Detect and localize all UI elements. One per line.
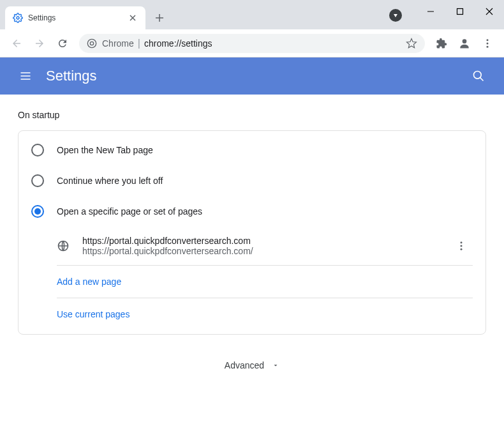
svg-point-8	[474, 72, 482, 79]
omnibox-url: chrome://settings	[144, 38, 212, 49]
add-new-page-button[interactable]: Add a new page	[57, 266, 473, 298]
svg-point-12	[461, 248, 463, 250]
radio-new-tab[interactable]: Open the New Tab page	[19, 135, 485, 165]
radio-label: Open the New Tab page	[57, 145, 153, 155]
extensions-icon[interactable]	[430, 32, 453, 55]
svg-point-7	[487, 45, 489, 47]
minimize-button[interactable]	[416, 0, 445, 23]
profile-avatar-icon[interactable]	[453, 32, 476, 55]
radio-icon	[31, 174, 44, 187]
bookmark-star-icon[interactable]	[406, 38, 417, 49]
radio-specific-pages[interactable]: Open a specific page or set of pages	[19, 196, 485, 227]
back-button[interactable]	[5, 32, 28, 55]
window-controls	[416, 0, 504, 23]
browser-toolbar: Chrome | chrome://settings	[0, 29, 504, 57]
svg-point-5	[487, 39, 489, 41]
tab-title: Settings	[28, 13, 128, 22]
link-label: Add a new page	[57, 277, 121, 287]
radio-label: Open a specific page or set of pages	[57, 206, 202, 217]
window-title-bar: Settings	[0, 0, 504, 29]
omnibox-separator: |	[138, 38, 140, 49]
profile-badge-icon[interactable]	[389, 9, 402, 22]
chevron-down-icon	[272, 361, 279, 369]
svg-point-4	[463, 39, 467, 43]
content-scroll-area[interactable]: On startup Open the New Tab page Continu…	[0, 95, 504, 426]
close-tab-icon[interactable]	[128, 13, 138, 23]
startup-pages-list: https://portal.quickpdfconvertersearch.c…	[57, 227, 473, 330]
startup-card: Open the New Tab page Continue where you…	[18, 130, 486, 335]
gear-icon	[13, 13, 23, 23]
address-bar[interactable]: Chrome | chrome://settings	[79, 34, 425, 53]
section-title-startup: On startup	[18, 110, 486, 120]
close-window-button[interactable]	[475, 0, 504, 23]
radio-icon	[31, 144, 44, 156]
svg-point-3	[90, 42, 93, 45]
svg-point-6	[487, 42, 489, 44]
forward-button[interactable]	[28, 32, 51, 55]
search-icon[interactable]	[466, 63, 491, 89]
new-tab-button[interactable]	[151, 9, 168, 27]
svg-point-10	[461, 241, 463, 243]
link-label: Use current pages	[57, 309, 130, 319]
svg-point-11	[461, 245, 463, 247]
page-info: https://portal.quickpdfconvertersearch.c…	[82, 236, 450, 256]
reload-button[interactable]	[51, 32, 74, 55]
advanced-toggle[interactable]: Advanced	[18, 335, 486, 383]
more-vert-icon[interactable]	[450, 234, 473, 257]
hamburger-menu-icon[interactable]	[13, 63, 38, 89]
svg-point-0	[17, 17, 19, 19]
chrome-menu-icon[interactable]	[476, 32, 499, 55]
maximize-button[interactable]	[445, 0, 475, 23]
radio-label: Continue where you left off	[57, 176, 163, 186]
chrome-icon	[87, 38, 97, 49]
page-title-text: https://portal.quickpdfconvertersearch.c…	[82, 236, 450, 246]
omnibox-prefix: Chrome	[102, 38, 134, 49]
advanced-label: Advanced	[225, 360, 264, 370]
page-url-text: https://portal.quickpdfconvertersearch.c…	[82, 246, 450, 256]
globe-icon	[57, 240, 70, 252]
svg-point-2	[87, 39, 96, 47]
browser-tab[interactable]: Settings	[5, 6, 145, 29]
svg-rect-1	[457, 9, 463, 15]
radio-icon-selected	[31, 205, 44, 218]
radio-continue[interactable]: Continue where you left off	[19, 165, 485, 196]
page-title: Settings	[46, 68, 466, 84]
use-current-pages-button[interactable]: Use current pages	[57, 298, 473, 330]
startup-page-row: https://portal.quickpdfconvertersearch.c…	[57, 227, 473, 265]
settings-header: Settings	[0, 57, 504, 95]
